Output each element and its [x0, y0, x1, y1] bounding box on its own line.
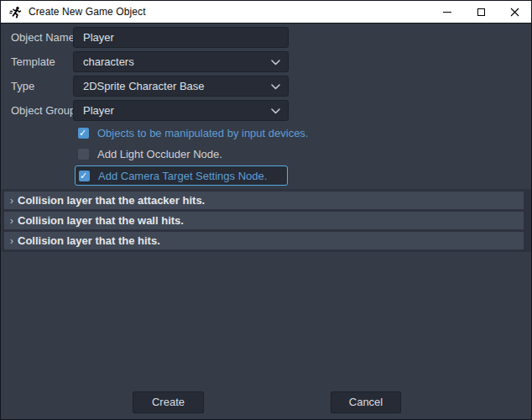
- type-select-value: 2DSprite Character Base: [83, 76, 264, 96]
- object-group-select[interactable]: Player: [73, 100, 289, 121]
- camera-target-checkbox-label[interactable]: Add Camera Target Settings Node.: [98, 170, 267, 182]
- section-label: Collision layer that the hits.: [18, 234, 160, 247]
- chevron-right-icon: ›: [6, 232, 18, 249]
- minimize-button[interactable]: [430, 1, 464, 23]
- light-occluder-checkbox[interactable]: [78, 149, 89, 160]
- running-man-icon: [9, 6, 22, 18]
- dialog-window: Create New Game Object Object Name Templ…: [0, 0, 532, 420]
- type-select[interactable]: 2DSprite Character Base: [73, 76, 289, 97]
- create-button[interactable]: Create: [133, 391, 204, 413]
- window-controls: [430, 1, 531, 23]
- chevron-down-icon: [271, 108, 280, 114]
- chevron-down-icon: [271, 60, 280, 66]
- camera-target-checkbox[interactable]: [79, 171, 90, 181]
- section-label: Collision layer that the wall hits.: [18, 214, 184, 227]
- chevron-down-icon: [271, 84, 280, 90]
- object-name-label: Object Name: [11, 27, 75, 48]
- input-devices-checkbox[interactable]: [78, 128, 89, 139]
- template-select[interactable]: characters: [73, 51, 289, 72]
- titlebar: Create New Game Object: [1, 1, 531, 24]
- section-label: Collision layer that the attacker hits.: [18, 194, 205, 207]
- close-icon: [510, 8, 519, 17]
- window-title: Create New Game Object: [29, 6, 146, 18]
- template-label: Template: [11, 51, 55, 72]
- type-label: Type: [11, 76, 34, 97]
- object-name-input[interactable]: [73, 27, 289, 48]
- maximize-button[interactable]: [464, 1, 498, 23]
- section-collision-attacker[interactable]: › Collision layer that the attacker hits…: [4, 192, 524, 209]
- checkbox-row-input-devices: Objects to be manipulated by input devic…: [75, 124, 308, 141]
- template-select-value: characters: [83, 52, 264, 71]
- cancel-button[interactable]: Cancel: [331, 391, 401, 413]
- close-button[interactable]: [498, 1, 531, 23]
- input-devices-checkbox-label[interactable]: Objects to be manipulated by input devic…: [97, 127, 308, 139]
- section-collision-wall[interactable]: › Collision layer that the wall hits.: [4, 212, 524, 229]
- chevron-right-icon: ›: [6, 212, 18, 229]
- checkbox-row-light-occluder: Add Light Occluder Node.: [75, 145, 222, 162]
- minimize-icon: [443, 12, 451, 13]
- collision-sections-area: › Collision layer that the attacker hits…: [2, 189, 531, 252]
- checkbox-row-camera-target: Add Camera Target Settings Node.: [75, 165, 288, 186]
- object-group-label: Object Group: [11, 100, 76, 121]
- light-occluder-checkbox-label[interactable]: Add Light Occluder Node.: [97, 148, 222, 160]
- maximize-icon: [477, 8, 485, 16]
- section-collision-hits[interactable]: › Collision layer that the hits.: [4, 232, 524, 249]
- object-group-select-value: Player: [83, 101, 264, 120]
- chevron-right-icon: ›: [6, 192, 18, 209]
